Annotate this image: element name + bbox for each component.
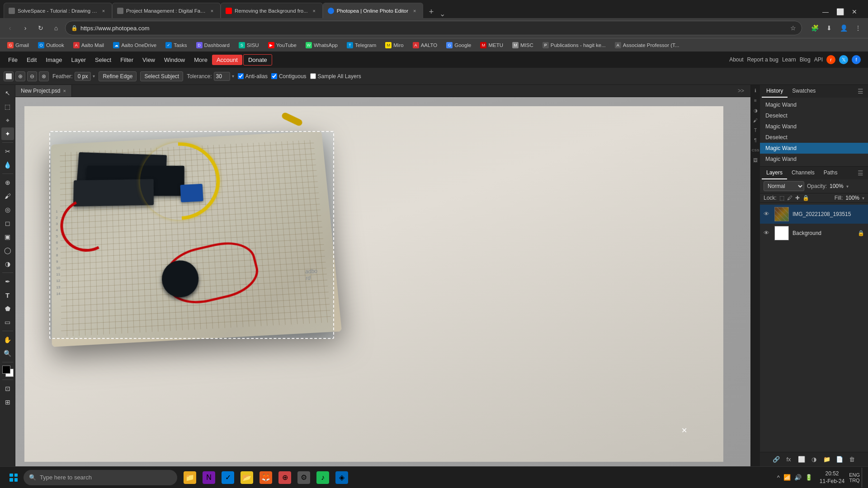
contiguous-checkbox[interactable] <box>271 73 277 79</box>
tab-close-2[interactable]: × <box>208 7 216 14</box>
menu-image[interactable]: Image <box>41 55 66 65</box>
bookmark-google[interactable]: G Google <box>443 40 475 50</box>
layer-visibility-2[interactable]: 👁 <box>764 230 771 237</box>
history-item-3[interactable]: Magic Wand <box>760 121 868 132</box>
brush-tool[interactable]: 🖌 <box>1 190 14 202</box>
channels-tab[interactable]: Channels <box>787 167 819 179</box>
taskbar-search-bar[interactable]: 🔍 Type here to search <box>24 470 177 485</box>
tool-mode-intersect[interactable]: ⊗ <box>39 71 49 81</box>
blur-tool[interactable]: ◯ <box>1 244 14 257</box>
close-button[interactable]: ✕ <box>848 5 861 18</box>
history-item-4[interactable]: Deselect <box>760 132 868 143</box>
paragraph-side-icon[interactable]: ¶ <box>752 136 759 144</box>
tab-close-1[interactable]: × <box>100 7 107 14</box>
path-tool[interactable]: ⬟ <box>1 302 14 315</box>
bookmark-tasks[interactable]: ✓ Tasks <box>162 40 190 50</box>
layers-tab[interactable]: Layers <box>762 167 787 179</box>
tray-volume[interactable]: 🔊 <box>793 473 802 482</box>
tab-close-3[interactable]: × <box>311 7 318 14</box>
history-item-5[interactable]: Magic Wand <box>760 143 868 154</box>
bookmark-metu[interactable]: M METU <box>476 40 507 50</box>
tolerance-input[interactable] <box>214 72 230 81</box>
layer-mask-button[interactable]: ⬜ <box>797 455 806 464</box>
lock-transparency-icon[interactable]: ⬚ <box>779 195 784 201</box>
extensions-button[interactable]: 🧩 <box>808 22 821 34</box>
bookmark-outlook[interactable]: O Outlook <box>34 40 68 50</box>
history-item-2[interactable]: Deselect <box>760 110 868 121</box>
minimize-button[interactable]: — <box>819 5 832 18</box>
crop-tool[interactable]: ✂ <box>1 145 14 158</box>
history-item-1[interactable]: Magic Wand <box>760 99 868 110</box>
swatches-tab[interactable]: Swatches <box>788 85 820 98</box>
foreground-color-swatch[interactable] <box>1 365 14 377</box>
browser-tab-3[interactable]: Removing the Background fro... × <box>221 3 323 18</box>
canvas-viewport[interactable]: adbord 1234567891011121314 ✕ <box>15 97 750 466</box>
taskbar-todo[interactable]: ✓ <box>219 468 237 488</box>
menu-window[interactable]: Window <box>160 55 189 65</box>
layers-side-icon[interactable]: ≡ <box>752 97 759 104</box>
extra-tool[interactable]: ⊞ <box>1 396 14 408</box>
magic-wand-tool[interactable]: ✦ <box>1 127 14 140</box>
blend-mode-select[interactable]: Normal <box>764 181 804 191</box>
bookmark-star-icon[interactable]: ☆ <box>790 24 796 32</box>
bookmark-miro[interactable]: M Miro <box>382 40 407 50</box>
address-bar[interactable]: 🔒 https://www.photopea.com ☆ <box>65 21 802 35</box>
bookmark-telegram[interactable]: T Telegram <box>343 40 380 50</box>
taskbar-folder[interactable]: 📂 <box>238 468 256 488</box>
adjustment-layer-button[interactable]: ◑ <box>810 455 819 464</box>
eyedropper-tool[interactable]: 💧 <box>1 159 14 171</box>
feather-dropdown-arrow[interactable]: ▾ <box>93 74 95 79</box>
taskbar-settings[interactable]: ⚙ <box>295 468 313 488</box>
adjustments-side-icon[interactable]: ◑ <box>752 107 759 114</box>
taskbar-firefox[interactable]: 🦊 <box>257 468 275 488</box>
tool-mode-new[interactable]: ⬜ <box>4 71 14 81</box>
lock-position-icon[interactable]: ✚ <box>795 195 800 201</box>
bookmark-dashboard[interactable]: D Dashboard <box>193 40 233 50</box>
zoom-tool[interactable]: 🔍 <box>1 347 14 360</box>
document-tab[interactable]: New Project.psd × <box>15 85 72 97</box>
maximize-button[interactable]: ⬜ <box>834 5 846 18</box>
report-bug-link[interactable]: Report a bug <box>747 56 778 63</box>
fill-arrow[interactable]: ▾ <box>862 196 864 201</box>
tray-network[interactable]: 📶 <box>783 473 792 482</box>
taskbar-app5[interactable]: ⊕ <box>276 468 294 488</box>
text-tool[interactable]: T <box>1 289 14 301</box>
lasso-tool[interactable]: ⌖ <box>1 114 14 127</box>
back-button[interactable]: ‹ <box>4 22 16 34</box>
refine-edge-button[interactable]: Refine Edge <box>99 71 137 81</box>
select-subject-button[interactable]: Select Subject <box>140 71 183 81</box>
keyboard-layout-indicator[interactable]: ENG TRQ <box>847 472 862 483</box>
history-item-6[interactable]: Magic Wand <box>760 154 868 164</box>
clone-tool[interactable]: ◎ <box>1 203 14 216</box>
browser-tab-1[interactable]: SolveSpace - Tutorial : Drawing an... × <box>4 3 112 18</box>
tray-battery[interactable]: 🔋 <box>804 473 813 482</box>
browser-tab-4[interactable]: Photopea | Online Photo Editor × <box>323 3 423 18</box>
bookmark-publications[interactable]: P Publications - hagit ke... <box>539 40 609 50</box>
tab-overflow-button[interactable]: ⌄ <box>439 9 445 18</box>
paths-tab[interactable]: Paths <box>819 167 842 179</box>
layer-item-2[interactable]: 👁 Background 🔒 <box>760 224 868 243</box>
bookmark-gmail[interactable]: G Gmail <box>4 40 33 50</box>
facebook-icon[interactable]: f <box>852 55 861 64</box>
tool-mode-add[interactable]: ⊕ <box>15 71 25 81</box>
link-layers-button[interactable]: 🔗 <box>772 455 781 464</box>
menu-view[interactable]: View <box>138 55 160 65</box>
forward-button[interactable]: › <box>19 22 32 34</box>
pen-tool[interactable]: ✒ <box>1 275 14 288</box>
menu-account[interactable]: Account <box>212 55 242 65</box>
learn-link[interactable]: Learn <box>782 56 796 63</box>
profile-button[interactable]: 👤 <box>837 22 850 34</box>
bookmark-aaltoonedrive[interactable]: ☁ Aalto OneDrive <box>109 40 160 50</box>
layers-menu-button[interactable]: ☰ <box>855 168 866 178</box>
start-button[interactable] <box>4 468 24 488</box>
new-tab-button[interactable]: + <box>425 5 438 18</box>
panel-collapse-button[interactable]: >> <box>735 88 747 94</box>
menu-donate[interactable]: Donate <box>243 54 272 66</box>
bookmark-sisu[interactable]: S SISU <box>235 40 263 50</box>
tool-mode-subtract[interactable]: ⊖ <box>27 71 37 81</box>
show-desktop-button[interactable] <box>862 468 864 488</box>
lock-pixels-icon[interactable]: 🖊 <box>787 195 793 201</box>
opacity-arrow[interactable]: ▾ <box>846 184 849 189</box>
taskbar-file-explorer[interactable]: 📁 <box>181 468 199 488</box>
selection-tool[interactable]: ⬚ <box>1 100 14 113</box>
